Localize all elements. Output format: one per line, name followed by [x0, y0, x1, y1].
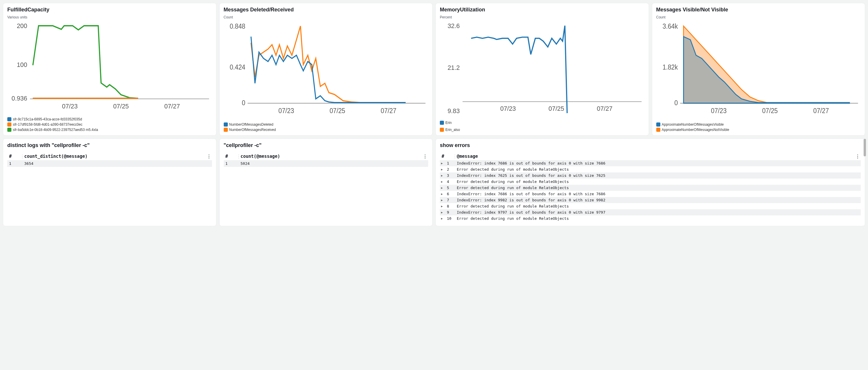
svg-text:1.82k: 1.82k	[662, 63, 678, 71]
error-message: IndexError: index 9797 is out of bounds …	[457, 210, 860, 215]
widget-unit: Count	[224, 15, 429, 19]
row-number: 8	[447, 204, 455, 208]
chart-memory[interactable]: 32.6 21.2 9.83 07/23 07/25 07/27	[440, 21, 645, 119]
expand-caret-icon[interactable]: ▶	[441, 186, 444, 189]
svg-marker-29	[683, 36, 849, 103]
row-number: 1	[447, 161, 455, 165]
legend-swatch-icon	[7, 128, 11, 132]
legend-item[interactable]: sfr-ba5ddc1e-0b18-4b09-9522-2397527aed53…	[7, 128, 212, 132]
svg-text:0: 0	[674, 99, 678, 107]
legend-swatch-icon	[7, 122, 11, 126]
table-header: # count(@message) ⋮	[224, 152, 429, 160]
error-message: Error detected during run of module Rela…	[457, 167, 860, 172]
error-message: IndexError: index 9982 is out of bounds …	[457, 198, 860, 202]
chart-visible[interactable]: 3.64k 1.82k 0 07/23 07/25 07/27	[656, 21, 861, 121]
svg-text:0.936: 0.936	[12, 95, 27, 102]
expand-caret-icon[interactable]: ▶	[441, 168, 444, 171]
table-header: # @message ⋮	[440, 152, 861, 160]
legend-item[interactable]: sfr-17df9158-5fd8-4d01-a390-68737eecc0ec	[7, 122, 212, 126]
chart-legend: NumberOfMessagesDeleted NumberOfMessages…	[224, 122, 429, 132]
svg-text:07/25: 07/25	[330, 107, 345, 115]
error-message: IndexError: index 7686 is out of bounds …	[457, 161, 860, 165]
error-row[interactable]: ▶9IndexError: index 9797 is out of bound…	[440, 209, 861, 216]
row-number: 1	[7, 161, 24, 166]
expand-caret-icon[interactable]: ▶	[441, 180, 444, 183]
error-row[interactable]: ▶5Error detected during run of module Re…	[440, 185, 861, 191]
table-row[interactable]: 1 5024	[224, 160, 429, 167]
svg-text:07/23: 07/23	[711, 107, 726, 115]
widget-messages-deleted-received[interactable]: Messages Deleted/Received Count 0.848 0.…	[219, 3, 433, 136]
error-message: IndexError: index 7686 is out of bounds …	[457, 192, 860, 196]
legend-item[interactable]: ApproximateNumberOfMessagesNotVisible	[656, 128, 861, 132]
svg-text:0.424: 0.424	[229, 63, 245, 71]
column-message: count_distinct(@message)	[24, 154, 88, 159]
error-row[interactable]: ▶6IndexError: index 7686 is out of bound…	[440, 191, 861, 197]
widget-title: MemoryUtilization	[440, 7, 645, 13]
chart-legend: sfr-9c715c1a-6895-43ca-acce-fd33352f035d…	[7, 117, 212, 132]
row-number: 1	[224, 161, 241, 166]
kebab-menu-icon[interactable]: ⋮	[422, 154, 428, 159]
row-value: 5024	[241, 161, 423, 166]
widget-memory-utilization[interactable]: MemoryUtilization Percent 32.6 21.2 9.83…	[435, 3, 649, 136]
legend-item[interactable]: Erin	[440, 121, 645, 125]
error-row[interactable]: ▶4Error detected during run of module Re…	[440, 178, 861, 185]
expand-caret-icon[interactable]: ▶	[441, 211, 444, 214]
widget-messages-visible[interactable]: Messages Visible/Not Visible Count 3.64k…	[652, 3, 865, 136]
error-row[interactable]: ▶3IndexError: index 7625 is out of bound…	[440, 172, 861, 178]
expand-caret-icon[interactable]: ▶	[441, 174, 444, 177]
error-message: Error detected during run of module Rela…	[457, 216, 860, 221]
chart-messages[interactable]: 0.848 0.424 0 07/23 07/25 07/27	[224, 21, 429, 121]
widget-title: show errors	[440, 142, 861, 148]
svg-text:07/25: 07/25	[549, 105, 564, 112]
widget-distinct-logs[interactable]: distinct logs with "cellprofiler -c" # c…	[3, 139, 216, 226]
svg-text:21.2: 21.2	[447, 64, 460, 71]
svg-text:07/27: 07/27	[813, 107, 829, 115]
legend-item[interactable]: sfr-9c715c1a-6895-43ca-acce-fd33352f035d	[7, 117, 212, 121]
svg-text:100: 100	[17, 61, 27, 68]
error-row[interactable]: ▶7IndexError: index 9982 is out of bound…	[440, 197, 861, 203]
column-message: count(@message)	[241, 154, 280, 159]
widget-title: Messages Visible/Not Visible	[656, 7, 861, 13]
column-message: @message	[457, 154, 478, 159]
kebab-menu-icon[interactable]: ⋮	[855, 154, 861, 159]
expand-caret-icon[interactable]: ▶	[441, 217, 444, 220]
legend-item[interactable]: ApproximateNumberOfMessagesVisible	[656, 122, 861, 126]
widget-unit: Count	[656, 15, 861, 19]
table-row[interactable]: 1 3654	[7, 160, 212, 167]
expand-caret-icon[interactable]: ▶	[441, 192, 444, 196]
error-list[interactable]: ▶1IndexError: index 7686 is out of bound…	[440, 160, 861, 222]
legend-swatch-icon	[440, 128, 444, 132]
chart-legend: Erin Erin_also	[440, 121, 645, 132]
chart-fulfilled[interactable]: 200 100 0.936 07/23 07/25 07/27	[7, 21, 212, 115]
error-row[interactable]: ▶2Error detected during run of module Re…	[440, 166, 861, 172]
error-row[interactable]: ▶10Error detected during run of module R…	[440, 216, 861, 222]
row-number: 6	[447, 192, 455, 196]
legend-item[interactable]: Erin_also	[440, 128, 645, 132]
row-number: 10	[447, 216, 455, 221]
legend-item[interactable]: NumberOfMessagesDeleted	[224, 122, 429, 126]
expand-caret-icon[interactable]: ▶	[441, 205, 444, 208]
svg-text:07/27: 07/27	[380, 107, 396, 115]
legend-item[interactable]: NumberOfMessagesReceived	[224, 128, 429, 132]
widget-unit: Percent	[440, 15, 645, 19]
kebab-menu-icon[interactable]: ⋮	[206, 154, 212, 159]
widget-cellprofiler[interactable]: "cellprofiler -c" # count(@message) ⋮ 1 …	[219, 139, 433, 226]
error-message: Error detected during run of module Rela…	[457, 186, 860, 190]
scrollbar-thumb[interactable]	[864, 139, 866, 156]
row-number: 9	[447, 210, 455, 215]
expand-caret-icon[interactable]: ▶	[441, 198, 444, 202]
error-message: Error detected during run of module Rela…	[457, 204, 860, 208]
widget-title: Messages Deleted/Received	[224, 7, 429, 13]
expand-caret-icon[interactable]: ▶	[441, 162, 444, 165]
widget-show-errors[interactable]: show errors # @message ⋮ ▶1IndexError: i…	[435, 139, 865, 226]
error-row[interactable]: ▶8Error detected during run of module Re…	[440, 203, 861, 209]
chart-legend: ApproximateNumberOfMessagesVisible Appro…	[656, 122, 861, 132]
svg-text:07/23: 07/23	[500, 105, 516, 112]
row-number: 2	[447, 167, 455, 172]
widget-title: FulfilledCapacity	[7, 7, 212, 13]
widget-title: distinct logs with "cellprofiler -c"	[7, 142, 212, 148]
error-message: IndexError: index 7625 is out of bounds …	[457, 173, 860, 178]
error-row[interactable]: ▶1IndexError: index 7686 is out of bound…	[440, 160, 861, 166]
row-number: 4	[447, 179, 455, 184]
widget-fulfilled-capacity[interactable]: FulfilledCapacity Various units 200 100 …	[3, 3, 216, 136]
